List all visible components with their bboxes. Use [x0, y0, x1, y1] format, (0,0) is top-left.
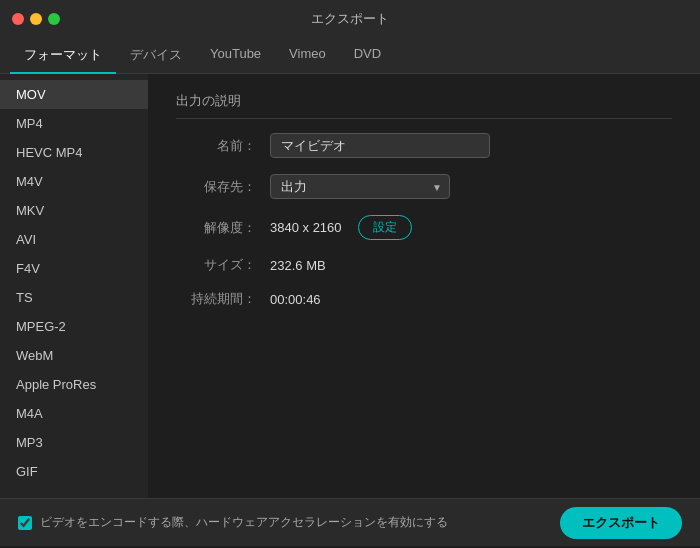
sidebar-item-ts[interactable]: TS [0, 283, 148, 312]
sidebar-item-mkv[interactable]: MKV [0, 196, 148, 225]
sidebar-item-avi[interactable]: AVI [0, 225, 148, 254]
settings-button[interactable]: 設定 [358, 215, 412, 240]
sidebar-item-mp3[interactable]: MP3 [0, 428, 148, 457]
sidebar-item-webm[interactable]: WebM [0, 341, 148, 370]
sidebar: MOV MP4 HEVC MP4 M4V MKV AVI F4V TS MPEG… [0, 74, 148, 498]
maximize-button[interactable] [48, 13, 60, 25]
name-input[interactable] [270, 133, 490, 158]
size-value: 232.6 MB [270, 258, 326, 273]
main-layout: MOV MP4 HEVC MP4 M4V MKV AVI F4V TS MPEG… [0, 74, 700, 498]
duration-row: 持続期間： 00:00:46 [176, 290, 672, 308]
section-title: 出力の説明 [176, 92, 672, 119]
tab-dvd[interactable]: DVD [340, 38, 395, 74]
sidebar-item-apple-prores[interactable]: Apple ProRes [0, 370, 148, 399]
sidebar-item-mov[interactable]: MOV [0, 80, 148, 109]
resolution-value: 3840 x 2160 [270, 220, 342, 235]
save-select[interactable]: 出力 [270, 174, 450, 199]
tab-device[interactable]: デバイス [116, 38, 196, 74]
hw-accel-row: ビデオをエンコードする際、ハードウェアアクセラレーションを有効にする [18, 514, 448, 531]
hw-accel-checkbox[interactable] [18, 516, 32, 530]
save-label: 保存先： [176, 178, 256, 196]
titlebar: エクスポート [0, 0, 700, 38]
bottombar: ビデオをエンコードする際、ハードウェアアクセラレーションを有効にする エクスポー… [0, 498, 700, 546]
sidebar-item-hevc-mp4[interactable]: HEVC MP4 [0, 138, 148, 167]
tab-youtube[interactable]: YouTube [196, 38, 275, 74]
resolution-row: 解像度： 3840 x 2160 設定 [176, 215, 672, 240]
content-area: 出力の説明 名前： 保存先： 出力 ▼ 解像度： 3840 x 2160 設定 … [148, 74, 700, 498]
sidebar-item-mpeg2[interactable]: MPEG-2 [0, 312, 148, 341]
tab-vimeo[interactable]: Vimeo [275, 38, 340, 74]
duration-label: 持続期間： [176, 290, 256, 308]
minimize-button[interactable] [30, 13, 42, 25]
export-button[interactable]: エクスポート [560, 507, 682, 539]
sidebar-item-m4v[interactable]: M4V [0, 167, 148, 196]
tabbar: フォーマット デバイス YouTube Vimeo DVD [0, 38, 700, 74]
save-select-wrap: 出力 ▼ [270, 174, 450, 199]
sidebar-item-gif[interactable]: GIF [0, 457, 148, 486]
window-title: エクスポート [311, 10, 389, 28]
size-row: サイズ： 232.6 MB [176, 256, 672, 274]
sidebar-item-mp4[interactable]: MP4 [0, 109, 148, 138]
name-label: 名前： [176, 137, 256, 155]
hw-accel-label: ビデオをエンコードする際、ハードウェアアクセラレーションを有効にする [40, 514, 448, 531]
close-button[interactable] [12, 13, 24, 25]
resolution-label: 解像度： [176, 219, 256, 237]
size-label: サイズ： [176, 256, 256, 274]
sidebar-item-f4v[interactable]: F4V [0, 254, 148, 283]
duration-value: 00:00:46 [270, 292, 321, 307]
save-row: 保存先： 出力 ▼ [176, 174, 672, 199]
traffic-lights [12, 13, 60, 25]
name-row: 名前： [176, 133, 672, 158]
sidebar-item-m4a[interactable]: M4A [0, 399, 148, 428]
tab-format[interactable]: フォーマット [10, 38, 116, 74]
